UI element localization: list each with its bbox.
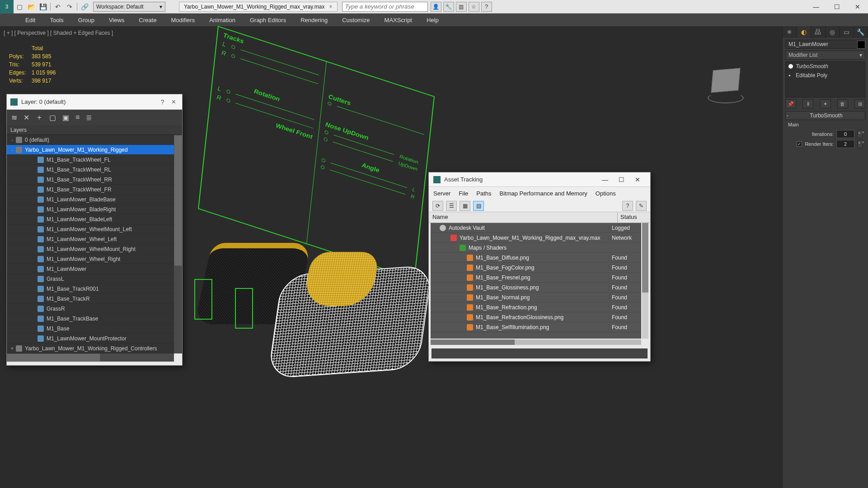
layer-tree-row[interactable]: M1_LawnMower_BladeLeft [7, 214, 174, 224]
layer-freeze-icon[interactable]: ≣ [86, 113, 92, 122]
asset-row[interactable]: M1_Base_Refraction.pngFound [431, 302, 641, 312]
search-input[interactable] [342, 2, 428, 12]
asset-row[interactable]: Maps / Shaders [431, 243, 641, 253]
layer-tree-row[interactable]: M1_Base_TrackWheel_FR [7, 185, 174, 195]
document-tab[interactable]: Yarbo_Lawn_Mower_M1_Working_Rigged_max_v… [179, 2, 338, 12]
viewcube[interactable] [705, 65, 746, 105]
scrollbar-thumb[interactable] [431, 339, 515, 345]
remove-modifier-icon[interactable]: 🗑 [837, 99, 848, 108]
layer-tree-row[interactable]: +Yarbo_Lawn_Mower_M1_Working_Rigged_Cont… [7, 344, 174, 353]
tab-display-icon[interactable]: ▭ [840, 26, 854, 38]
layer-tree-row[interactable]: -0 (default) [7, 135, 174, 145]
rig-knob[interactable] [231, 45, 235, 49]
viewport-mesh[interactable] [194, 225, 438, 387]
asset-tree-icon[interactable]: ▦ [460, 201, 470, 211]
close-icon[interactable]: × [169, 98, 178, 106]
new-file-icon[interactable]: ▢ [14, 1, 25, 13]
asset-menu-file[interactable]: File [459, 190, 468, 197]
layer-hide-icon[interactable]: ≡ [75, 113, 80, 121]
horizontal-scrollbar[interactable] [431, 339, 641, 345]
layer-tree-row[interactable]: M1_LawnMower_WheelMount_Right [7, 244, 174, 254]
layer-delete-icon[interactable]: ✕ [23, 113, 29, 122]
tab-modify-icon[interactable]: ◐ [797, 26, 812, 38]
undo-icon[interactable]: ↶ [52, 1, 64, 13]
menu-animation[interactable]: Animation [202, 14, 243, 26]
scrollbar-thumb[interactable] [7, 353, 100, 362]
help-icon[interactable]: ? [156, 98, 169, 106]
rig-knob[interactable] [231, 54, 235, 58]
layer-add-icon[interactable]: ＋ [36, 113, 43, 122]
menu-views[interactable]: Views [102, 14, 131, 26]
close-tab-icon[interactable]: × [329, 4, 332, 10]
rollout-header[interactable]: -TurboSmooth [785, 111, 865, 120]
asset-row[interactable]: M1_Base_RefractionGlossiness.pngFound [431, 312, 641, 322]
asset-row[interactable]: M1_Base_Normal.pngFound [431, 293, 641, 302]
layer-tree-row[interactable]: M1_LawnMower_MountProtector [7, 334, 174, 344]
viewcube-ring[interactable] [708, 93, 744, 103]
tab-create-icon[interactable]: ✳ [783, 26, 797, 38]
asset-list-icon[interactable]: ☰ [446, 201, 457, 211]
selection-gizmo[interactable] [235, 288, 253, 329]
asset-grid[interactable]: Autodesk VaultLoggedYarbo_Lawn_Mower_M1_… [431, 223, 641, 339]
rig-knob[interactable] [324, 130, 328, 135]
menu-tools[interactable]: Tools [42, 14, 70, 26]
layer-tree-row[interactable]: M1_LawnMower [7, 264, 174, 274]
make-unique-icon[interactable]: ✦ [820, 99, 831, 108]
layer-tree-row[interactable]: M1_Base_TrackWheel_FL [7, 155, 174, 165]
layer-tree-row[interactable]: M1_Base [7, 324, 174, 334]
rig-knob[interactable] [321, 158, 325, 163]
asset-row[interactable]: M1_Base_Diffuse.pngFound [431, 253, 641, 263]
asset-col-name[interactable]: Name [429, 212, 618, 223]
expand-toggle-icon[interactable]: - [9, 147, 15, 153]
rig-knob[interactable] [328, 101, 332, 106]
tab-hierarchy-icon[interactable]: 品 [811, 26, 826, 38]
rig-knob[interactable] [226, 89, 230, 94]
rig-knob[interactable] [321, 165, 325, 169]
selection-gizmo[interactable] [194, 279, 212, 320]
viewcube-cube[interactable] [711, 68, 740, 93]
spinner-arrows-icon[interactable]: ▲▼ [857, 140, 863, 148]
layer-tree-row[interactable]: GrassL [7, 274, 174, 284]
render-iters-checkbox[interactable]: ✓ [797, 141, 802, 147]
signin-icon[interactable]: 👤 [431, 2, 441, 12]
stack-item-turbosmooth[interactable]: TurboSmooth [786, 62, 865, 71]
viewport-label[interactable]: [ + ] [ Perspective ] [ Shaded + Edged F… [4, 30, 113, 36]
expand-toggle-icon[interactable]: - [9, 137, 15, 143]
layer-select-icon[interactable]: ▢ [49, 113, 56, 122]
menu-grapheditors[interactable]: Graph Editors [243, 14, 293, 26]
layer-column-header[interactable]: Layers [7, 125, 182, 135]
menu-group[interactable]: Group [71, 14, 102, 26]
redo-icon[interactable]: ↷ [64, 1, 75, 13]
save-file-icon[interactable]: 💾 [37, 1, 49, 13]
layer-new-icon[interactable]: ≋ [11, 113, 17, 122]
open-file-icon[interactable]: 📂 [25, 1, 37, 13]
tab-motion-icon[interactable]: ◎ [826, 26, 840, 38]
modifier-list-dropdown[interactable]: Modifier List▾ [785, 51, 865, 60]
asset-row[interactable]: M1_Base_SelfIllumination.pngFound [431, 322, 641, 332]
layer-tree-row[interactable]: M1_LawnMower_BladeRight [7, 204, 174, 214]
window-minimize-button[interactable]: — [597, 176, 613, 183]
menu-create[interactable]: Create [131, 14, 164, 26]
spinner-arrows-icon[interactable]: ▲▼ [857, 130, 863, 138]
menu-edit[interactable]: Edit [18, 14, 42, 26]
asset-col-status[interactable]: Status [618, 212, 650, 223]
asset-settings-icon[interactable]: ✎ [636, 201, 647, 211]
layer-tree-row[interactable]: M1_Base_TrackR001 [7, 284, 174, 294]
asset-row[interactable]: M1_Base_FogColor.pngFound [431, 263, 641, 273]
layer-highlight-icon[interactable]: ▣ [62, 113, 69, 122]
layer-tree[interactable]: -0 (default)-Yarbo_Lawn_Mower_M1_Working… [7, 135, 174, 353]
asset-row[interactable]: Autodesk VaultLogged [431, 223, 641, 233]
layer-tree-row[interactable]: M1_LawnMower_BladeBase [7, 195, 174, 204]
layer-tree-row[interactable]: M1_LawnMower_Wheel_Left [7, 234, 174, 244]
render-iters-spinner[interactable]: 2 [836, 140, 854, 148]
expand-toggle-icon[interactable]: + [9, 345, 15, 352]
object-color-swatch[interactable] [857, 41, 865, 49]
favorite-icon[interactable]: ☆ [469, 2, 479, 12]
script-icon[interactable]: ▥ [456, 2, 467, 12]
asset-table-icon[interactable]: ▤ [473, 201, 484, 211]
rig-knob[interactable] [324, 137, 328, 142]
pin-stack-icon[interactable]: 📌 [785, 99, 796, 108]
window-maximize-button[interactable]: ☐ [613, 176, 629, 183]
asset-menu-bitmap[interactable]: Bitmap Performance and Memory [500, 190, 587, 197]
tab-utilities-icon[interactable]: 🔧 [854, 26, 868, 38]
